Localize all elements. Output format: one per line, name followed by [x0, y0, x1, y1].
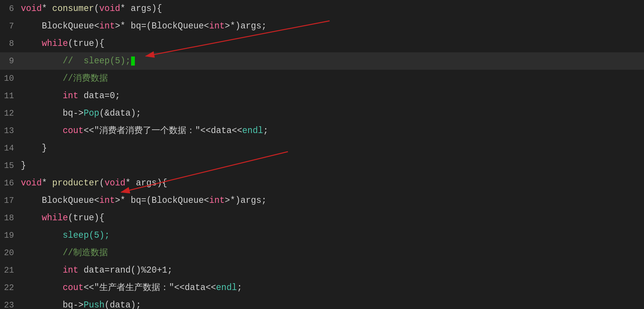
code-line: 21 int data=rand()%20+1;	[0, 262, 644, 279]
line-number: 23	[0, 301, 21, 309]
line-number: 6	[0, 4, 21, 14]
code-token	[21, 265, 63, 275]
code-line: 22 cout<<"生产者生产数据："<<data<<endl;	[0, 279, 644, 296]
code-token: //消费数据	[63, 74, 108, 83]
line-content: BlockQueue<int>* bq=(BlockQueue<int>*)ar…	[21, 17, 644, 35]
line-number: 15	[0, 161, 21, 171]
code-line: 20 //制造数据	[0, 244, 644, 262]
line-number: 22	[0, 283, 21, 293]
line-number: 17	[0, 196, 21, 205]
code-token: consumer	[52, 4, 94, 14]
code-token: Push	[84, 300, 105, 309]
code-line: 11 int data=0;	[0, 87, 644, 105]
line-number: 18	[0, 213, 21, 223]
line-content: }	[21, 140, 644, 157]
line-content: //制造数据	[21, 244, 644, 262]
line-content: int data=rand()%20+1;	[21, 262, 644, 279]
code-token: int	[99, 21, 115, 31]
code-token: data=rand()%20+1;	[78, 265, 172, 275]
code-token: (data);	[105, 300, 141, 309]
code-token: (true){	[68, 39, 105, 49]
line-content: cout<<"生产者生产数据："<<data<<endl;	[21, 279, 644, 296]
line-content: // sleep(5);	[21, 52, 644, 70]
code-token: }	[21, 143, 47, 153]
line-content: bq->Pop(&data);	[21, 105, 644, 122]
code-token: while	[42, 39, 68, 49]
code-token: >* bq=(BlockQueue<	[115, 21, 209, 31]
code-token	[21, 248, 63, 258]
code-token	[21, 91, 63, 101]
code-token	[21, 74, 63, 83]
line-content: while(true){	[21, 209, 644, 227]
line-content: }	[21, 157, 644, 174]
line-number: 13	[0, 126, 21, 136]
code-token: void	[105, 178, 125, 188]
code-token: >*)args;	[225, 196, 266, 205]
code-token: ;	[237, 283, 242, 293]
line-number: 11	[0, 91, 21, 101]
code-token: <<"消费者消费了一个数据："<<data<<	[84, 126, 242, 136]
code-token: producter	[52, 178, 99, 188]
code-token: <<"生产者生产数据："<<data<<	[84, 283, 216, 293]
code-line: 19 sleep(5);	[0, 227, 644, 244]
code-line: 12 bq->Pop(&data);	[0, 105, 644, 122]
code-token: BlockQueue<	[21, 196, 99, 205]
line-number: 20	[0, 248, 21, 258]
code-line: 23 bq->Push(data);	[0, 296, 644, 309]
code-line: 13 cout<<"消费者消费了一个数据："<<data<<endl;	[0, 122, 644, 140]
code-token: int	[63, 91, 78, 101]
line-content: sleep(5);	[21, 227, 644, 244]
code-token: void	[99, 4, 120, 14]
code-token: int	[63, 265, 78, 275]
code-token: }	[21, 161, 26, 171]
code-token	[21, 126, 63, 136]
code-token: *	[42, 4, 52, 14]
code-token: int	[209, 196, 225, 205]
code-token: ;	[263, 126, 269, 136]
code-token	[21, 231, 63, 240]
code-token: * args){	[120, 4, 162, 14]
code-token: (	[94, 4, 99, 14]
code-token: data=0;	[78, 91, 120, 101]
code-token: // sleep(5);	[63, 56, 130, 66]
line-content: //消费数据	[21, 70, 644, 87]
code-line: 9 // sleep(5);	[0, 52, 644, 70]
code-token	[21, 283, 63, 293]
code-line: 16void* producter(void* args){	[0, 174, 644, 192]
code-token: void	[21, 4, 42, 14]
line-number: 14	[0, 144, 21, 153]
line-content: void* producter(void* args){	[21, 174, 644, 192]
code-line: 14 }	[0, 140, 644, 157]
code-token	[21, 56, 63, 66]
code-token: cout	[63, 126, 83, 136]
code-token: *	[42, 178, 52, 188]
code-token: Pop	[84, 108, 99, 118]
code-token: >*)args;	[225, 21, 266, 31]
code-line: 7 BlockQueue<int>* bq=(BlockQueue<int>*)…	[0, 17, 644, 35]
code-token: (true){	[68, 213, 105, 223]
code-token: cout	[63, 283, 83, 293]
code-token	[21, 213, 42, 223]
code-token: endl	[242, 126, 263, 136]
code-line: 8 while(true){	[0, 35, 644, 52]
code-token: endl	[216, 283, 237, 293]
code-line: 17 BlockQueue<int>* bq=(BlockQueue<int>*…	[0, 192, 644, 209]
code-token: (	[99, 178, 105, 188]
line-content: cout<<"消费者消费了一个数据："<<data<<endl;	[21, 122, 644, 140]
code-token: bq->	[21, 300, 84, 309]
line-number: 8	[0, 39, 21, 49]
code-token: bq->	[21, 108, 84, 118]
line-number: 12	[0, 109, 21, 118]
text-cursor	[131, 56, 135, 66]
code-token: int	[209, 21, 225, 31]
code-token: int	[99, 196, 115, 205]
code-token: >* bq=(BlockQueue<	[115, 196, 209, 205]
line-content: bq->Push(data);	[21, 296, 644, 309]
line-number: 9	[0, 56, 21, 66]
code-token: BlockQueue<	[21, 21, 99, 31]
line-content: void* consumer(void* args){	[21, 0, 644, 17]
line-number: 16	[0, 179, 21, 188]
code-token: //制造数据	[63, 248, 108, 258]
code-token: sleep(5);	[63, 231, 109, 240]
code-token: while	[42, 213, 68, 223]
